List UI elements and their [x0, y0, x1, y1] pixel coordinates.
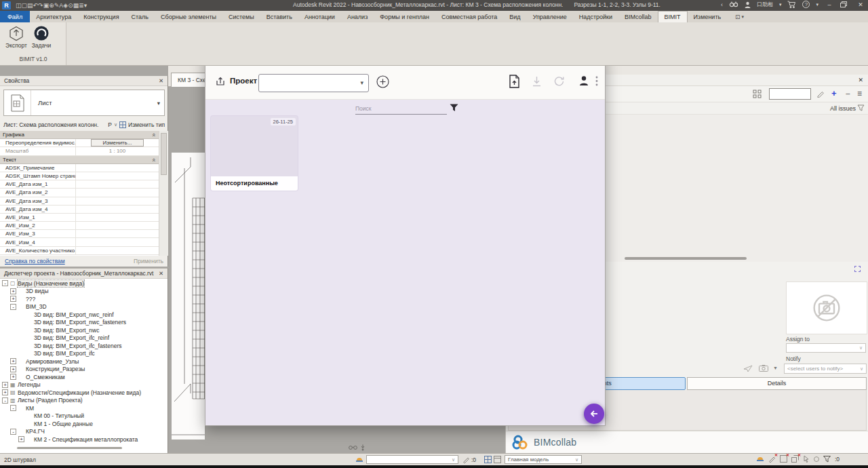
view-control-bar[interactable] [348, 444, 375, 451]
back-fab-button[interactable] [584, 404, 604, 424]
tree-item[interactable]: 3D вид: BIM_Export_nwc_fasteners [0, 319, 167, 327]
send-icon[interactable] [743, 365, 753, 372]
minimize-button[interactable]: – [825, 1, 834, 8]
property-row[interactable]: Масштаб 1 : 100 [0, 147, 159, 155]
property-row[interactable]: Графика [0, 131, 159, 139]
help-icon[interactable]: ? [802, 1, 810, 8]
qat-icon[interactable]: ◈ [63, 1, 68, 10]
search-input[interactable]: Поиск [355, 102, 447, 115]
qat-icon[interactable]: ▤ [27, 1, 33, 10]
property-row[interactable]: ADSK_Штамп Номер страни... [0, 172, 159, 180]
qat-icon[interactable]: ⊙ [68, 1, 73, 10]
issue-search-input[interactable] [769, 88, 811, 100]
grid-view-icon[interactable] [753, 90, 762, 98]
expand-box-icon[interactable]: - [10, 429, 16, 435]
tree-item[interactable]: + ▦ Легенды [0, 381, 167, 389]
tree-item[interactable]: + О_Смежникам [0, 373, 167, 381]
property-row[interactable]: AVE_Дата изм_2 [0, 189, 159, 197]
scrollbar-thumb[interactable] [161, 133, 167, 175]
project-combobox[interactable] [258, 74, 369, 92]
tasks-tool-button[interactable]: Задачи [28, 24, 54, 49]
expand-box-icon[interactable]: - [2, 280, 8, 286]
issues-filter-label[interactable]: All issues [830, 105, 856, 112]
ribbon-tab[interactable]: Анализ [341, 11, 374, 22]
expand-box-icon[interactable]: - [10, 304, 16, 310]
property-row[interactable]: AVE_Дата изм_3 [0, 197, 159, 206]
sheet-paper[interactable] [172, 153, 205, 440]
modify-selector-icon[interactable]: ⊡▾ [731, 11, 748, 22]
expand-box-icon[interactable]: - [2, 397, 8, 404]
filter-funnel-icon[interactable] [450, 104, 458, 112]
attach-dropdown-icon[interactable]: ▼ [773, 366, 778, 370]
viewpoint-preview[interactable] [786, 281, 867, 334]
revit-logo-icon[interactable]: R [2, 1, 11, 9]
filter-caret-icon[interactable]: ∨ [114, 122, 117, 128]
task-card[interactable]: 26-11-25 Неотсортированные [211, 116, 298, 191]
property-row[interactable]: Текст [0, 156, 159, 164]
issues-filter-funnel-icon[interactable] [857, 104, 865, 112]
browser-close-icon[interactable]: ✕ [159, 270, 163, 277]
qat-icon[interactable]: ▢ [22, 1, 28, 10]
collapse-search-icon[interactable]: ‹ [721, 1, 723, 8]
add-project-icon[interactable] [376, 75, 389, 88]
ribbon-tab[interactable]: Сталь [125, 11, 155, 22]
workset-combobox[interactable] [366, 455, 458, 464]
selection-filter-icon[interactable] [823, 456, 831, 463]
ribbon-tab[interactable]: Надстройки [573, 11, 618, 22]
account-icon[interactable] [745, 1, 751, 8]
tree-item[interactable]: - ▥ Листы (Раздел Проекта) [0, 397, 167, 405]
download-icon[interactable] [532, 76, 542, 87]
expand-box-icon[interactable]: + [10, 366, 16, 372]
link-options-icon[interactable] [494, 456, 501, 463]
help-dropdown-icon[interactable]: ▾ [816, 2, 818, 7]
filter-letter[interactable]: Р [108, 121, 112, 128]
expand-box-icon[interactable]: + [10, 288, 16, 294]
store-cart-icon[interactable] [787, 1, 796, 8]
tree-item[interactable]: 3D вид: BIM_Export_ifc [0, 350, 167, 358]
select-pinned-icon[interactable] [803, 455, 810, 463]
property-row[interactable]: AVE_Изм_2 [0, 222, 159, 230]
tree-item[interactable]: - КР4.ГЧ [0, 428, 167, 436]
expand-box-icon[interactable]: + [10, 296, 16, 302]
select-underlay-icon[interactable] [814, 456, 819, 462]
tree-item[interactable]: - ▢ Виды (Назначение вида) [0, 279, 167, 288]
qat-icon[interactable]: ▦ [73, 1, 79, 10]
restore-button[interactable] [840, 1, 850, 7]
properties-scrollbar[interactable] [159, 131, 168, 256]
qat-icon[interactable]: ⊕ [49, 1, 54, 10]
ribbon-tab[interactable]: Аннотации [298, 11, 341, 22]
worker-helmet-icon[interactable] [756, 455, 764, 463]
apply-button[interactable]: Применить [134, 258, 163, 265]
ribbon-tab[interactable]: BIMcollab [618, 11, 658, 22]
select-links-icon[interactable] [791, 455, 799, 463]
user-icon[interactable] [579, 75, 589, 86]
add-issue-icon[interactable]: + [831, 89, 837, 98]
property-row[interactable]: AVE_Дата изм_1 [0, 180, 159, 189]
property-row[interactable]: AVE_Изм_1 [0, 214, 159, 222]
bimcollab-close-icon[interactable]: ✕ [858, 77, 863, 83]
tree-item[interactable]: - КМ [0, 404, 167, 412]
property-row[interactable]: AVE_Изм_3 [0, 230, 159, 238]
ribbon-tab[interactable]: Файл [0, 11, 30, 22]
tree-item[interactable]: + 3D виды [0, 288, 167, 296]
model-combobox[interactable]: Главная модель [505, 455, 582, 464]
qat-icon[interactable]: ↷ [38, 1, 43, 10]
exclude-options-icon[interactable] [768, 455, 776, 463]
more-options-icon[interactable] [595, 76, 598, 86]
expand-box-icon[interactable]: + [18, 436, 24, 442]
ribbon-tab[interactable]: Совместная работа [435, 11, 503, 22]
tree-item[interactable]: 3D вид: BIM_Export_ifc_fasteners [0, 342, 167, 350]
ribbon-tab[interactable]: Вставить [260, 11, 298, 22]
expand-box-icon[interactable]: - [10, 405, 16, 411]
property-row[interactable]: AVE_Количество участнико... [0, 247, 159, 255]
issues-hscrollbar[interactable] [625, 257, 747, 260]
editable-pencil-icon[interactable] [462, 456, 470, 463]
ribbon-tab[interactable]: Вид [503, 11, 526, 22]
press-drag-icon[interactable] [780, 455, 787, 463]
workset-icon[interactable] [355, 456, 363, 463]
tree-item[interactable]: + Армирование_Узлы [0, 357, 167, 366]
qat-icon[interactable]: ◫ [16, 1, 22, 10]
search-icon[interactable] [729, 1, 738, 8]
qat-icon[interactable]: ▣ [43, 1, 50, 10]
close-button[interactable]: ✕ [856, 1, 865, 8]
